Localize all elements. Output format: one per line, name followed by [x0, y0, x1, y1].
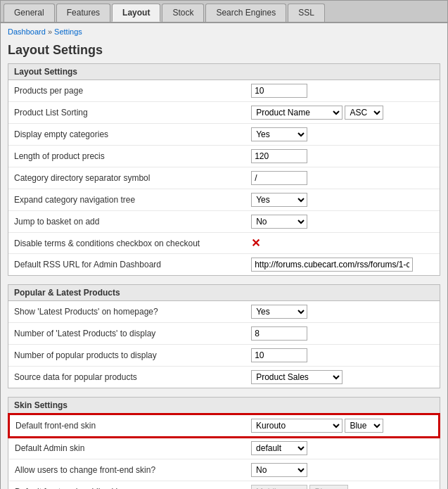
rss-url-label: Default RSS URL for Admin Dashboard: [8, 254, 245, 276]
allow-change-skin-select[interactable]: No Yes: [251, 463, 307, 477]
sort-direction-select[interactable]: ASC DESC: [345, 106, 383, 120]
tab-layout[interactable]: Layout: [112, 4, 160, 22]
tab-bar: General Features Layout Stock Search Eng…: [1, 1, 447, 23]
mobile-skin-color-select[interactable]: Blue: [309, 485, 348, 489]
products-per-page-label: Products per page: [8, 80, 245, 102]
rss-url-value: [245, 254, 440, 276]
breadcrumb-separator: »: [48, 27, 54, 36]
table-row: Disable terms & conditions checkbox on c…: [8, 233, 440, 254]
expand-nav-value: Yes No: [245, 189, 440, 211]
num-latest-value: [245, 323, 440, 345]
default-skin-color-select[interactable]: Blue Red: [345, 419, 383, 433]
default-frontend-skin-label: Default front-end skin: [9, 414, 245, 437]
length-product-precis-value: [245, 146, 440, 167]
skin-settings-header: Skin Settings: [8, 398, 440, 414]
layout-settings-header: Layout Settings: [8, 64, 440, 80]
expand-nav-select[interactable]: Yes No: [251, 193, 307, 207]
mobile-skin-value: Mobile Blue (Upgrade): [245, 481, 439, 490]
jump-basket-select[interactable]: No Yes: [251, 215, 307, 229]
products-per-page-input[interactable]: [251, 84, 307, 98]
allow-change-skin-label: Allow users to change front-end skin?: [9, 459, 245, 481]
table-row: Default front-end mobile skin Mobile Blu…: [9, 481, 439, 490]
layout-settings-section: Layout Settings Products per page Produc…: [8, 63, 440, 276]
table-row: Default front-end skin Kurouto default B…: [9, 414, 439, 437]
table-row: Display empty categories Yes No: [8, 124, 440, 146]
table-row: Number of 'Latest Products' to display: [8, 323, 440, 345]
disable-terms-label: Disable terms & conditions checkbox on c…: [8, 233, 245, 254]
show-latest-select[interactable]: Yes No: [251, 305, 307, 319]
source-popular-value: Product Sales Views: [245, 367, 440, 388]
tab-ssl[interactable]: SSL: [288, 4, 325, 22]
default-frontend-skin-value: Kurouto default Blue Red: [245, 414, 439, 437]
num-popular-label: Number of popular products to display: [8, 345, 245, 367]
rss-url-input[interactable]: [251, 258, 413, 272]
num-popular-value: [245, 345, 440, 367]
popular-products-section: Popular & Latest Products Show 'Latest P…: [8, 284, 440, 388]
table-row: Expand category navigation tree Yes No: [8, 189, 440, 211]
mobile-skin-label: Default front-end mobile skin: [9, 481, 245, 490]
display-empty-categories-label: Display empty categories: [8, 124, 245, 146]
product-list-sorting-label: Product List Sorting: [8, 102, 245, 124]
tab-search-engines[interactable]: Search Engines: [205, 4, 286, 22]
table-row: Number of popular products to display: [8, 345, 440, 367]
show-latest-value: Yes No: [245, 301, 440, 323]
table-row: Default Admin skin default: [9, 437, 439, 459]
page-title: Layout Settings: [1, 40, 447, 63]
disable-terms-value: ✕: [245, 233, 440, 254]
length-product-precis-input[interactable]: [251, 149, 307, 163]
show-latest-label: Show 'Latest Products' on homepage?: [8, 301, 245, 323]
default-admin-skin-label: Default Admin skin: [9, 437, 245, 459]
expand-nav-label: Expand category navigation tree: [8, 189, 245, 211]
breadcrumb-dashboard[interactable]: Dashboard: [8, 27, 46, 36]
num-popular-input[interactable]: [251, 348, 307, 362]
popular-products-header: Popular & Latest Products: [8, 285, 440, 301]
breadcrumb: Dashboard » Settings: [1, 23, 447, 40]
table-row: Default RSS URL for Admin Dashboard: [8, 254, 440, 276]
popular-products-table: Show 'Latest Products' on homepage? Yes …: [8, 301, 440, 388]
length-product-precis-label: Length of product precis: [8, 146, 245, 167]
product-list-sorting-select[interactable]: Product Name Price Date Added Product Co…: [251, 106, 343, 120]
tab-features[interactable]: Features: [56, 4, 110, 22]
category-separator-input[interactable]: [251, 171, 307, 185]
tab-stock[interactable]: Stock: [162, 4, 204, 22]
table-row: Allow users to change front-end skin? No…: [9, 459, 439, 481]
num-latest-label: Number of 'Latest Products' to display: [8, 323, 245, 345]
table-row: Length of product precis: [8, 146, 440, 167]
mobile-skin-select[interactable]: Mobile: [251, 485, 307, 489]
skin-settings-table: Default front-end skin Kurouto default B…: [8, 414, 440, 489]
allow-change-skin-value: No Yes: [245, 459, 439, 481]
table-row: Products per page: [8, 80, 440, 102]
table-row: Product List Sorting Product Name Price …: [8, 102, 440, 124]
admin-skin-select[interactable]: default: [251, 441, 307, 455]
num-latest-input[interactable]: [251, 326, 307, 341]
products-per-page-value: [245, 80, 440, 102]
display-empty-categories-value: Yes No: [245, 124, 440, 146]
jump-basket-label: Jump to basket on add: [8, 211, 245, 233]
source-popular-select[interactable]: Product Sales Views: [251, 370, 343, 384]
source-popular-label: Source data for popular products: [8, 367, 245, 388]
category-separator-label: Category directory separator symbol: [8, 167, 245, 189]
layout-settings-table: Products per page Product List Sorting P…: [8, 80, 440, 275]
table-row: Category directory separator symbol: [8, 167, 440, 189]
display-empty-categories-select[interactable]: Yes No: [251, 127, 307, 141]
skin-settings-section: Skin Settings Default front-end skin Kur…: [8, 397, 440, 489]
table-row: Source data for popular products Product…: [8, 367, 440, 388]
table-row: Jump to basket on add No Yes: [8, 211, 440, 233]
jump-basket-value: No Yes: [245, 211, 440, 233]
table-row: Show 'Latest Products' on homepage? Yes …: [8, 301, 440, 323]
product-list-sorting-value: Product Name Price Date Added Product Co…: [245, 102, 440, 124]
breadcrumb-settings[interactable]: Settings: [54, 27, 82, 36]
default-skin-select[interactable]: Kurouto default: [251, 419, 343, 433]
default-admin-skin-value: default: [245, 437, 439, 459]
tab-general[interactable]: General: [4, 4, 55, 22]
category-separator-value: [245, 167, 440, 189]
disable-terms-icon: ✕: [251, 237, 260, 249]
